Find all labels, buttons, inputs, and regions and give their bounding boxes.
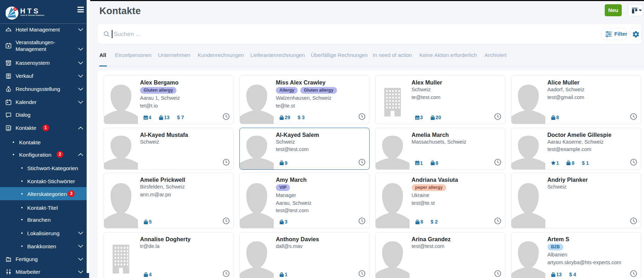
svg-text:HTS: HTS bbox=[20, 7, 40, 15]
svg-text:$: $ bbox=[8, 88, 10, 92]
svg-text:Hotel & Tourism Solutions: Hotel & Tourism Solutions bbox=[21, 15, 44, 16]
